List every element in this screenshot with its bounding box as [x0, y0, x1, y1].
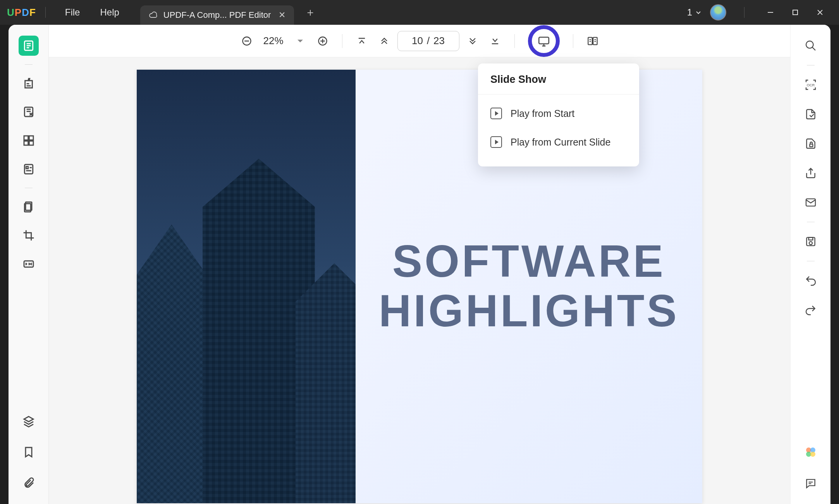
total-pages: 23 [433, 35, 445, 47]
svg-text:OCR: OCR [806, 83, 815, 87]
search-button[interactable] [801, 36, 821, 56]
separator [573, 34, 573, 48]
svg-rect-14 [24, 261, 33, 267]
right-sidebar-bottom [801, 442, 821, 493]
right-sidebar: OCR [790, 25, 830, 504]
separator [807, 222, 815, 222]
slide-title-line2: HIGHLIGHTS [379, 286, 679, 336]
ocr-button[interactable]: OCR [801, 75, 821, 95]
add-tab-button[interactable]: ＋ [305, 5, 316, 20]
maximize-button[interactable] [787, 4, 803, 21]
slide-title-line1: SOFTWARE [379, 237, 679, 286]
page-input[interactable]: 10 / 23 [397, 31, 459, 51]
toolbar: 22% 10 / 23 [49, 25, 790, 57]
separator [25, 64, 33, 65]
slide-image [137, 70, 356, 503]
svg-rect-28 [810, 144, 813, 147]
dropdown-item-label: Play from Current Slide [511, 137, 610, 148]
slide-title: SOFTWARE HIGHLIGHTS [379, 237, 679, 336]
svg-rect-9 [29, 141, 33, 145]
separator [342, 34, 342, 48]
building-graphic [137, 225, 206, 503]
prev-page-button[interactable] [375, 32, 394, 50]
play-icon [490, 108, 502, 119]
svg-point-36 [810, 452, 815, 457]
dropdown-title: Slide Show [478, 74, 639, 94]
next-page-button[interactable] [463, 32, 482, 50]
app-body: 22% 10 / 23 [9, 25, 830, 504]
redact-tool[interactable] [19, 254, 39, 274]
share-button[interactable] [801, 163, 821, 183]
svg-rect-22 [539, 37, 549, 44]
left-sidebar-bottom [19, 411, 39, 493]
dropdown-item-label: Play from Start [511, 108, 574, 119]
separator [45, 7, 46, 18]
play-icon [490, 136, 502, 148]
tab-title: UPDF-A Comp... PDF Editor [163, 10, 271, 20]
svg-rect-6 [24, 136, 28, 140]
page-separator: / [427, 35, 430, 47]
document-viewport[interactable]: SOFTWARE HIGHLIGHTS [49, 57, 790, 504]
play-from-start[interactable]: Play from Start [478, 99, 639, 128]
first-page-button[interactable] [352, 32, 371, 50]
minimize-button[interactable] [762, 4, 779, 21]
chat-button[interactable] [801, 473, 821, 493]
redo-button[interactable] [801, 300, 821, 320]
layers-icon[interactable] [19, 411, 39, 431]
center-area: 22% 10 / 23 [49, 25, 790, 504]
building-graphic [296, 263, 356, 503]
tab-close-icon[interactable]: ✕ [279, 10, 285, 20]
svg-rect-11 [26, 166, 28, 168]
chevron-down-icon [695, 9, 701, 15]
separator [807, 261, 815, 261]
zoom-in-button[interactable] [313, 32, 332, 50]
undo-button[interactable] [801, 271, 821, 291]
reader-tool[interactable] [19, 36, 39, 56]
slideshow-dropdown: Slide Show Play from Start Play from Cur… [478, 63, 639, 166]
separator [514, 34, 515, 48]
avatar[interactable] [710, 4, 726, 21]
crop-tool[interactable] [19, 225, 39, 245]
attachment-icon[interactable] [19, 473, 39, 493]
svg-rect-1 [793, 10, 798, 15]
protect-button[interactable] [801, 134, 821, 154]
window-count-value: 1 [687, 7, 692, 18]
titlebar: UPDF File Help UPDF-A Comp... PDF Editor… [0, 0, 839, 25]
separator [744, 7, 744, 18]
page-tool[interactable] [19, 197, 39, 217]
svg-rect-31 [808, 237, 813, 240]
organize-tool[interactable] [19, 130, 39, 151]
svg-rect-7 [29, 136, 33, 140]
left-sidebar [9, 25, 49, 504]
cloud-icon [149, 10, 158, 20]
ai-button[interactable] [801, 442, 821, 462]
app-logo: UPDF [7, 7, 36, 19]
titlebar-right: 1 [687, 4, 839, 21]
close-button[interactable] [812, 4, 828, 21]
slideshow-button[interactable] [528, 25, 560, 57]
edit-tool[interactable] [19, 102, 39, 122]
svg-rect-8 [24, 141, 28, 145]
svg-line-26 [812, 47, 815, 50]
email-button[interactable] [801, 192, 821, 213]
window-count[interactable]: 1 [687, 7, 701, 18]
separator [25, 188, 33, 188]
form-tool[interactable] [19, 159, 39, 179]
zoom-dropdown[interactable] [291, 32, 309, 50]
export-button[interactable] [801, 104, 821, 124]
zoom-value: 22% [260, 35, 287, 47]
separator [807, 65, 815, 65]
compare-view-button[interactable] [583, 32, 602, 50]
svg-point-25 [806, 41, 813, 48]
menu-help[interactable]: Help [90, 7, 129, 18]
zoom-out-button[interactable] [237, 32, 256, 50]
comment-tool[interactable] [19, 73, 39, 93]
save-button[interactable] [801, 231, 821, 252]
document-tab[interactable]: UPDF-A Comp... PDF Editor ✕ [140, 5, 294, 25]
menu-file[interactable]: File [55, 7, 90, 18]
svg-point-32 [809, 242, 812, 245]
last-page-button[interactable] [486, 32, 504, 50]
play-from-current[interactable]: Play from Current Slide [478, 128, 639, 156]
current-page: 10 [412, 35, 423, 47]
bookmark-icon[interactable] [19, 442, 39, 462]
